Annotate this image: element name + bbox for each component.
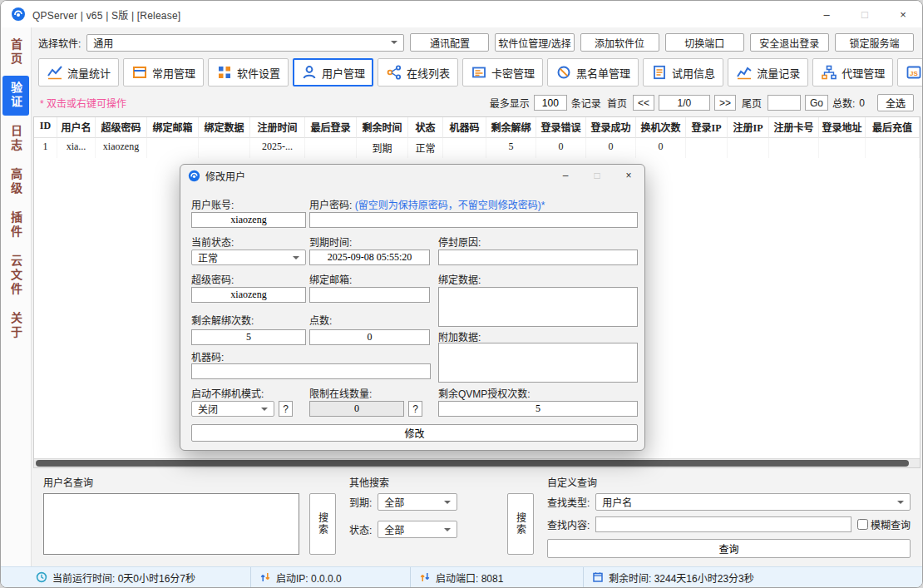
sidebar-item-cloud-file[interactable]: 云文件 [2, 249, 29, 303]
limit-help-button[interactable]: ? [408, 401, 422, 417]
column-header[interactable]: 登录成功 [586, 117, 636, 138]
machine-code-input[interactable] [191, 363, 431, 379]
table-cell [305, 138, 357, 158]
column-header[interactable]: 换机次数 [636, 117, 686, 138]
last-page-button[interactable]: 尾页 [740, 96, 763, 110]
statusbar-section: 启动IP: 0.0.0.0 [250, 567, 410, 587]
table-cell: 0 [536, 138, 586, 158]
modal-submit-button[interactable]: 修改 [191, 424, 638, 442]
sidebar-item-advanced[interactable]: 高级 [2, 162, 29, 202]
add-software-slot-button[interactable]: 添加软件位 [580, 33, 659, 52]
column-header[interactable]: ID [34, 117, 57, 138]
table-row[interactable]: 1xia...xiaozeng2025-...到期正常5000 [34, 138, 920, 158]
tab-trial-info[interactable]: 试用信息 [643, 58, 723, 86]
fuzzy-query-toggle[interactable]: 模糊查询 [857, 517, 911, 531]
sidebar-item-plugin[interactable]: 插件 [2, 205, 29, 245]
status-filter-select[interactable]: 全部 [378, 521, 457, 538]
column-header[interactable]: 绑定邮箱 [147, 117, 199, 138]
tab-user-manage[interactable]: 用户管理 [293, 58, 373, 86]
column-header[interactable]: 超级密码 [96, 117, 147, 138]
column-header[interactable]: 注册卡号 [769, 117, 819, 138]
traffic-icon [736, 64, 753, 81]
sidebar-item-home[interactable]: 首页 [2, 32, 29, 72]
column-header[interactable]: 登录错误 [536, 117, 586, 138]
tab-traffic-log[interactable]: 流量记录 [728, 58, 808, 86]
first-page-button[interactable]: 首页 [605, 96, 629, 110]
sidebar-item-log[interactable]: 日志 [2, 119, 29, 159]
account-input[interactable] [191, 212, 306, 228]
column-header[interactable]: 机器码 [443, 117, 486, 138]
maximize-button[interactable]: □ [846, 1, 884, 27]
software-slot-manage-button[interactable]: 软件位管理/选择 [495, 33, 574, 52]
table-cell: 到期 [357, 138, 408, 158]
next-page-button[interactable]: >> [714, 95, 736, 111]
safe-logout-button[interactable]: 安全退出登录 [750, 33, 829, 52]
column-header[interactable]: 剩余时间 [357, 117, 408, 138]
find-content-input[interactable] [595, 516, 851, 532]
max-display-input[interactable] [534, 95, 567, 111]
modal-close-button[interactable]: × [613, 165, 644, 186]
online-limit-input[interactable] [309, 401, 404, 417]
tab-common-manage[interactable]: 常用管理 [123, 58, 204, 86]
expire-filter-select[interactable]: 全部 [378, 493, 457, 511]
column-header[interactable]: 注册IP [728, 117, 769, 138]
find-type-select[interactable]: 用户名 [595, 493, 911, 511]
super-password-input[interactable] [191, 287, 306, 303]
switch-port-button[interactable]: 切换端口 [665, 33, 744, 52]
column-header[interactable]: 用户名 [57, 117, 96, 138]
bind-data-textarea[interactable] [438, 287, 638, 327]
column-header[interactable]: 剩余解绑 [486, 117, 536, 138]
nobind-help-button[interactable]: ? [279, 401, 293, 417]
points-input[interactable] [309, 329, 430, 345]
column-header[interactable]: 登录地址 [819, 117, 866, 138]
column-header[interactable]: 状态 [408, 117, 443, 138]
tab-card-manage[interactable]: 卡密管理 [462, 58, 543, 86]
password-input[interactable] [309, 212, 638, 228]
other-search-button[interactable]: 搜索 [507, 493, 534, 555]
query-button[interactable]: 查询 [547, 539, 911, 558]
comm-config-button[interactable]: 通讯配置 [410, 33, 489, 52]
ban-reason-input[interactable] [438, 250, 638, 265]
column-header[interactable]: 登录IP [686, 117, 728, 138]
horizontal-scrollbar[interactable] [34, 458, 920, 467]
expire-time-input[interactable] [309, 250, 430, 265]
software-select[interactable]: 通用 [86, 34, 404, 52]
minimize-button[interactable]: – [807, 1, 846, 27]
close-button[interactable]: × [884, 1, 922, 27]
qvmp-count-input[interactable] [438, 401, 638, 417]
unbind-count-input[interactable] [191, 329, 306, 345]
sidebar-item-about[interactable]: 关于 [2, 306, 29, 346]
column-header[interactable]: 绑定数据 [199, 117, 250, 138]
column-header[interactable]: 最后登录 [305, 117, 357, 138]
tab-online-list[interactable]: 在线列表 [378, 58, 458, 86]
tab-traffic-stats[interactable]: 流量统计 [38, 58, 119, 86]
go-button[interactable]: Go [805, 95, 828, 111]
modal-minimize-button[interactable]: – [550, 165, 581, 186]
app-window: QPServer | v65 | S版 | [Release] – □ × 首页… [0, 0, 923, 588]
scrollbar-thumb[interactable] [36, 460, 909, 467]
find-type-value: 用户名 [602, 495, 632, 509]
tab-blacklist-manage[interactable]: 黑名单管理 [547, 58, 639, 86]
status-select[interactable]: 正常 [191, 250, 306, 265]
table-cell: xiaozeng [96, 138, 147, 158]
bind-email-input[interactable] [309, 287, 430, 303]
lock-server-button[interactable]: 锁定服务端 [835, 33, 914, 52]
extra-data-textarea[interactable] [438, 343, 638, 383]
username-query-textarea[interactable] [43, 493, 299, 555]
column-header[interactable]: 注册时间 [250, 117, 305, 138]
modal-maximize-button[interactable]: □ [581, 165, 613, 186]
username-search-label: 搜索 [316, 512, 330, 536]
tab-software-settings[interactable]: 软件设置 [208, 58, 289, 86]
nobind-mode-select[interactable]: 关闭 [191, 401, 274, 417]
records-label: 条记录 [571, 96, 601, 110]
table-cell: 正常 [408, 138, 443, 158]
select-all-button[interactable]: 全选 [877, 94, 914, 111]
fuzzy-query-checkbox[interactable] [857, 519, 868, 530]
username-search-button[interactable]: 搜索 [309, 493, 336, 555]
goto-page-input[interactable] [768, 95, 801, 111]
tab-js-algorithm[interactable]: JSJS算法 [897, 58, 923, 86]
prev-page-button[interactable]: << [633, 95, 654, 111]
sidebar-item-verify[interactable]: 验证 [2, 76, 29, 116]
column-header[interactable]: 最后充值 [866, 117, 920, 138]
tab-proxy-manage[interactable]: 代理管理 [812, 58, 893, 86]
